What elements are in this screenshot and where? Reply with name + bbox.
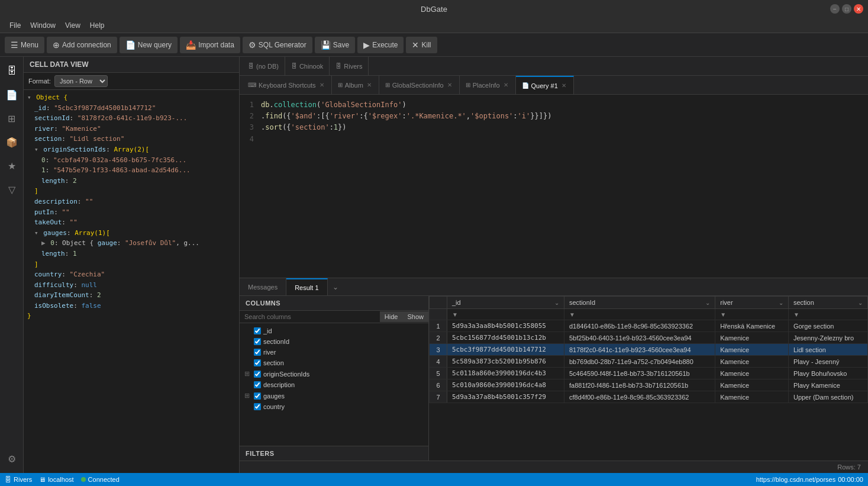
table-row[interactable]: 4 5c589a3873cb52001b95b876 bb769db0-28b7… — [430, 356, 868, 368]
cell-section: Upper (Dam section) — [788, 391, 867, 403]
sidebar-icon-layers[interactable]: ⊞ — [2, 109, 21, 128]
code-line-2: 2 .find({'$and':[{'river':{'$regex':'.*K… — [240, 111, 868, 122]
col-checkbox-section[interactable] — [254, 359, 261, 366]
filter-icon-river[interactable]: ▼ — [720, 311, 726, 318]
hide-button[interactable]: Hide — [380, 311, 403, 322]
tab-close-query1[interactable]: ✕ — [560, 82, 567, 89]
table-row[interactable]: 3 5cbc3f9877dd45001b147712 8178f2c0-641c… — [430, 344, 868, 356]
filter-section: ▼ — [788, 309, 867, 320]
tab-close-global[interactable]: ✕ — [446, 81, 453, 89]
table-row[interactable]: 2 5cbc156877dd45001b13c12b 5bf25b40-6403… — [430, 332, 868, 344]
th-sectionid[interactable]: sectionId ⌄ — [564, 297, 715, 309]
col-checkbox-id[interactable] — [254, 327, 261, 334]
execute-icon: ▶ — [363, 40, 370, 50]
code-text-1: db.collection('GlobalSectionInfo') — [261, 99, 406, 111]
toolbar: ☰ Menu ⊕ Add connection 📄 New query 📥 Im… — [0, 33, 868, 57]
sql-generator-button[interactable]: ⚙ SQL Generator — [243, 37, 312, 53]
sidebar-icon-file[interactable]: 📄 — [2, 85, 21, 104]
menu-button[interactable]: ☰ Menu — [5, 37, 44, 53]
menu-help[interactable]: Help — [85, 20, 109, 31]
new-query-button[interactable]: 📄 New query — [120, 37, 178, 53]
col-checkbox-gauges[interactable] — [254, 392, 261, 400]
tab-place-info[interactable]: ⊞ PlaceInfo ✕ — [460, 76, 516, 94]
cell-river: Kamenice — [715, 356, 789, 368]
table-row[interactable]: 6 5c010a9860e39900196dc4a8 fa881f20-f486… — [430, 379, 868, 391]
close-button[interactable]: ✕ — [854, 4, 863, 14]
cell-section: Lidl section — [788, 344, 867, 356]
sort-icon-id[interactable]: ⌄ — [554, 300, 559, 306]
filter-icon-section[interactable]: ▼ — [793, 311, 799, 318]
add-connection-button[interactable]: ⊕ Add connection — [47, 37, 117, 53]
col-expand-gauges[interactable]: ⊞ — [244, 392, 251, 400]
sidebar-icon-package[interactable]: 📦 — [2, 133, 21, 152]
filter-river: ▼ — [715, 309, 789, 320]
menu-file[interactable]: File — [5, 20, 25, 31]
kill-button[interactable]: ✕ Kill — [406, 37, 437, 53]
minimize-button[interactable]: − — [830, 4, 840, 14]
bottom-tab-more[interactable]: ⌄ — [328, 281, 343, 294]
rows-bar: Rows: 7 — [240, 461, 868, 473]
format-select[interactable]: Json - Row Json - Table Text — [54, 75, 108, 87]
json-line: section: "Lidl section" — [27, 134, 235, 144]
th-river[interactable]: river ⌄ — [715, 297, 789, 309]
column-search-input[interactable] — [240, 311, 380, 323]
cell-id: 5d9a3a37a8b4b5001c357f29 — [447, 391, 564, 403]
table-row[interactable]: 7 5d9a3a37a8b4b5001c357f29 cf8d4f00-e86b… — [430, 391, 868, 403]
filter-icon-sectionid[interactable]: ▼ — [569, 311, 575, 318]
th-id[interactable]: _id ⌄ — [447, 297, 564, 309]
col-expand-originsectionids[interactable]: ⊞ — [244, 370, 251, 378]
sidebar-icons: 🗄 📄 ⊞ 📦 ★ ▽ ⚙ — [0, 57, 24, 473]
menu-view[interactable]: View — [60, 20, 85, 31]
col-checkbox-country[interactable] — [254, 403, 261, 410]
filter-icon-id[interactable]: ▼ — [452, 311, 458, 318]
tab-global-section-info[interactable]: ⊞ GlobalSectionInfo ✕ — [379, 76, 460, 94]
status-localhost[interactable]: 🖥 localhost — [39, 476, 73, 483]
tab-close-keyboard[interactable]: ✕ — [318, 81, 325, 89]
data-grid[interactable]: _id ⌄ sectionId ⌄ — [429, 296, 868, 461]
tab-chinook[interactable]: 🗄 Chinook — [285, 57, 330, 75]
maximize-button[interactable]: □ — [842, 4, 851, 14]
col-checkbox-description[interactable] — [254, 381, 261, 388]
table-row[interactable]: 1 5d9a3a3aa8b4b5001c358055 d1846410-e86b… — [430, 320, 868, 332]
sort-icon-river[interactable]: ⌄ — [779, 300, 783, 306]
sidebar-icon-settings[interactable]: ⚙ — [2, 449, 21, 468]
query-editor[interactable]: 1 db.collection('GlobalSectionInfo') 2 .… — [240, 95, 868, 278]
execute-button[interactable]: ▶ Execute — [357, 37, 404, 53]
sort-icon-sectionid[interactable]: ⌄ — [705, 300, 710, 306]
bottom-tab-result1[interactable]: Result 1 — [286, 278, 327, 295]
col-checkbox-sectionid[interactable] — [254, 338, 261, 345]
col-item-gauges: ⊞ gauges — [240, 390, 428, 401]
import-icon: 📥 — [186, 40, 196, 50]
bottom-tab-messages[interactable]: Messages — [240, 278, 286, 295]
table-row[interactable]: 5 5c0118a860e39900196dc4b3 5c464590-f48f… — [430, 368, 868, 379]
col-checkbox-river[interactable] — [254, 349, 261, 356]
col-checkbox-originsectionids[interactable] — [254, 371, 261, 378]
sort-icon-section[interactable]: ⌄ — [858, 300, 863, 306]
tab-close-album[interactable]: ✕ — [366, 81, 373, 89]
th-section[interactable]: section ⌄ — [788, 297, 867, 309]
show-button[interactable]: Show — [402, 311, 428, 322]
tab-no-db[interactable]: 🗄 (no DB) — [242, 57, 285, 75]
tab-query1[interactable]: 📄 Query #1 ✕ — [516, 76, 574, 94]
status-url: https://blog.csdn.net/porses 00:00:00 — [756, 476, 863, 483]
sidebar-icon-database[interactable]: 🗄 — [2, 62, 21, 81]
cell-sectionid: 5bf25b40-6403-11e9-b923-4560cee3ea94 — [564, 332, 715, 344]
json-line: 1: "547b5e79-1f33-4863-abad-a2d54d6... — [27, 165, 235, 176]
row-num: 3 — [430, 344, 447, 356]
col-label-gauges: gauges — [263, 392, 285, 400]
cell-sectionid: cf8d4f00-e86b-11e9-8c96-85c363923362 — [564, 391, 715, 403]
db-icon: 🗄 — [248, 63, 254, 69]
json-line: ▾ originSectionIds: Array(2)[ — [27, 144, 235, 155]
filter-id: ▼ — [447, 309, 564, 320]
menu-window[interactable]: Window — [25, 20, 60, 31]
tab-keyboard-shortcuts[interactable]: ⌨ Keyboard Shortcuts ✕ — [242, 76, 332, 94]
save-button[interactable]: 💾 Save — [315, 37, 355, 53]
save-icon: 💾 — [321, 40, 331, 50]
sidebar-icon-star[interactable]: ★ — [2, 156, 21, 175]
status-rivers[interactable]: 🗄 Rivers — [5, 476, 32, 483]
tab-rivers[interactable]: 🗄 Rivers — [330, 57, 369, 75]
tab-album[interactable]: ⊞ Album ✕ — [332, 76, 379, 94]
import-data-button[interactable]: 📥 Import data — [180, 37, 240, 53]
sidebar-icon-triangle[interactable]: ▽ — [2, 180, 21, 199]
tab-close-place[interactable]: ✕ — [502, 81, 509, 89]
